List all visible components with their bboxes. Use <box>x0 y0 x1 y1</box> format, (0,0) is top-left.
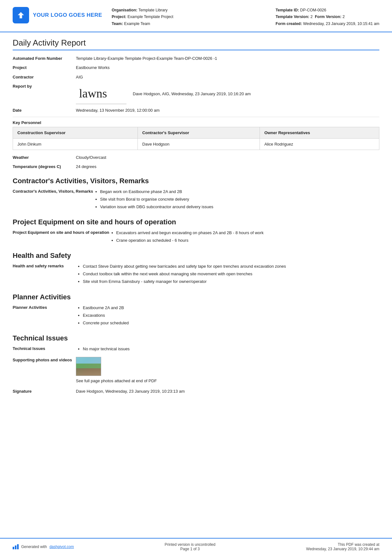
list-item: Site visit from Boral to organise concre… <box>100 196 379 203</box>
form-number-label: Automated Form Number <box>13 55 76 62</box>
planner-heading: Planner Activities <box>13 293 379 301</box>
signature-value: Dave Hodgson, Wednesday, 23 January 2019… <box>76 388 379 395</box>
list-item: Excavations <box>83 312 379 319</box>
photos-row: Supporting photos and videos See full pa… <box>13 357 379 384</box>
org-label: Organisation: <box>112 8 137 12</box>
health-safety-label: Health and safety remarks <box>13 263 76 270</box>
technical-label: Technical Issues <box>13 346 76 352</box>
project-field-label: Project <box>13 65 76 71</box>
project-row: Project Eastbourne Works <box>13 65 379 71</box>
personnel-table: Construction Supervisor Contractor's Sup… <box>13 127 379 150</box>
temperature-value: 24 degrees <box>76 164 379 170</box>
photos-label: Supporting photos and videos <box>13 357 76 363</box>
header-right: Template ID: DP-COM-0026 Template Versio… <box>276 7 379 27</box>
footer-bars-icon <box>13 544 19 549</box>
report-by-name: Dave Hodgson, AIG, Wednesday, 23 January… <box>133 91 251 97</box>
footer-created-label: This PDF was created at <box>306 542 379 547</box>
photo-thumbnail <box>76 357 101 376</box>
project-equipment-section: Project Equipment on site and hours of o… <box>13 229 379 245</box>
org-value: Template Library <box>138 8 168 12</box>
list-item: Contact Steve Daintry about getting new … <box>83 263 379 270</box>
footer-right: This PDF was created at Wednesday, 23 Ja… <box>306 542 379 551</box>
photos-value: See full page photos attached at end of … <box>76 357 379 384</box>
footer-uncontrolled: Printed version is uncontrolled <box>165 542 216 547</box>
footer-page: Page 1 of 3 <box>165 547 216 551</box>
signature-block: lawns Dave Hodgson, AIG, Wednesday, 23 J… <box>76 83 379 104</box>
contractor-value: AIG <box>76 74 379 80</box>
key-personnel-label: Key Personnel <box>13 120 379 125</box>
health-safety-section: Health and safety remarks Contact Steve … <box>13 263 379 286</box>
form-created-label: Form created: <box>276 22 302 26</box>
footer-created-value: Wednesday, 23 January 2019, 10:29:44 am <box>306 547 379 551</box>
contractor-label: Contractor <box>13 74 76 80</box>
footer-left: Generated with dashpivot.com <box>13 544 74 549</box>
technical-section: Technical Issues No major technical issu… <box>13 346 379 353</box>
footer-logo <box>13 544 19 549</box>
list-item: No major technical issues <box>83 346 379 352</box>
footer-center: Printed version is uncontrolled Page 1 o… <box>165 542 216 551</box>
list-item: Began work on Eastbourne phase 2A and 2B <box>100 188 379 195</box>
col3-header: Owner Representatives <box>260 127 379 138</box>
personnel-row1-col3: Alice Rodriguez <box>260 138 379 150</box>
contractor-activities-heading: Contractor's Activities, Visitors, Remar… <box>13 177 379 185</box>
logo-area: YOUR LOGO GOES HERE <box>13 7 102 23</box>
team-value: Example Team <box>124 22 150 26</box>
list-item: Crane operation as scheduled - 6 hours <box>116 237 379 244</box>
date-label: Date <box>13 107 76 114</box>
planner-section: Planner Activities Eastbourne 2A and 2B … <box>13 304 379 327</box>
health-safety-heading: Health and Safety <box>13 252 379 260</box>
temperature-row: Temperature (degrees C) 24 degrees <box>13 164 379 170</box>
template-version-label: Template Version: <box>276 15 309 19</box>
technical-heading: Technical Issues <box>13 334 379 342</box>
main-content: Daily Activity Report Automated Form Num… <box>0 32 392 538</box>
form-number-value: Template Library-Example Template Projec… <box>76 55 379 62</box>
contractor-row: Contractor AIG <box>13 74 379 80</box>
logo-icon <box>13 7 29 23</box>
signature-image: lawns <box>76 83 126 104</box>
header-meta: Organisation: Template Library Project: … <box>102 7 276 27</box>
list-item: Site visit from Emma Sainsbury - safety … <box>83 278 379 285</box>
project-equipment-list: Excavators arrived and begun excavating … <box>109 229 379 245</box>
form-version-label: Form Version: <box>315 15 341 19</box>
project-field-value: Eastbourne Works <box>76 65 379 71</box>
photos-caption: See full page photos attached at end of … <box>76 378 379 384</box>
report-title: Daily Activity Report <box>13 38 379 50</box>
generated-text: Generated with <box>21 545 47 549</box>
list-item: Excavators arrived and begun excavating … <box>116 229 379 236</box>
contractor-activities-list: Began work on Eastbourne phase 2A and 2B… <box>93 188 379 211</box>
page: YOUR LOGO GOES HERE Organisation: Templa… <box>0 0 392 555</box>
template-version-value: 2 <box>310 15 313 19</box>
dashpivot-link[interactable]: dashpivot.com <box>49 545 74 549</box>
technical-list: No major technical issues <box>76 346 379 353</box>
list-item: Variation issue with DBG subcontractor a… <box>100 203 379 210</box>
list-item: Eastbourne 2A and 2B <box>83 304 379 311</box>
col2-header: Contractor's Supervisor <box>138 127 260 138</box>
project-value: Example Template Project <box>127 15 173 19</box>
project-equipment-heading: Project Equipment on site and hours of o… <box>13 218 379 226</box>
report-by-row: Report by lawns Dave Hodgson, AIG, Wedne… <box>13 83 379 104</box>
list-item: Concrete pour scheduled <box>83 320 379 327</box>
header: YOUR LOGO GOES HERE Organisation: Templa… <box>0 0 392 32</box>
personnel-row1-col1: John Dinkum <box>13 138 138 150</box>
health-safety-list: Contact Steve Daintry about getting new … <box>76 263 379 286</box>
signature-row: Signature Dave Hodgson, Wednesday, 23 Ja… <box>13 388 379 395</box>
date-value: Wednesday, 13 November 2019, 12:00:00 am <box>76 107 379 114</box>
footer: Generated with dashpivot.com Printed ver… <box>0 538 392 555</box>
weather-label: Weather <box>13 154 76 161</box>
contractor-activities-label: Contractor's Activities, Visitors, Remar… <box>13 188 93 195</box>
template-id-value: DP-COM-0026 <box>300 8 326 12</box>
weather-row: Weather Cloudy/Overcast <box>13 154 379 161</box>
personnel-row1-col2: Dave Hodgson <box>138 138 260 150</box>
planner-label: Planner Activities <box>13 304 76 311</box>
svg-point-0 <box>20 14 22 16</box>
team-label: Team: <box>112 22 123 26</box>
project-label: Project: <box>112 15 126 19</box>
project-equipment-label: Project Equipment on site and hours of o… <box>13 229 109 236</box>
date-row: Date Wednesday, 13 November 2019, 12:00:… <box>13 107 379 114</box>
report-by-label: Report by <box>13 83 76 90</box>
logo-text: YOUR LOGO GOES HERE <box>33 12 102 18</box>
template-id-label: Template ID: <box>276 8 299 12</box>
report-by-value: lawns Dave Hodgson, AIG, Wednesday, 23 J… <box>76 83 379 104</box>
contractor-activities-section: Contractor's Activities, Visitors, Remar… <box>13 188 379 211</box>
weather-value: Cloudy/Overcast <box>76 154 379 161</box>
